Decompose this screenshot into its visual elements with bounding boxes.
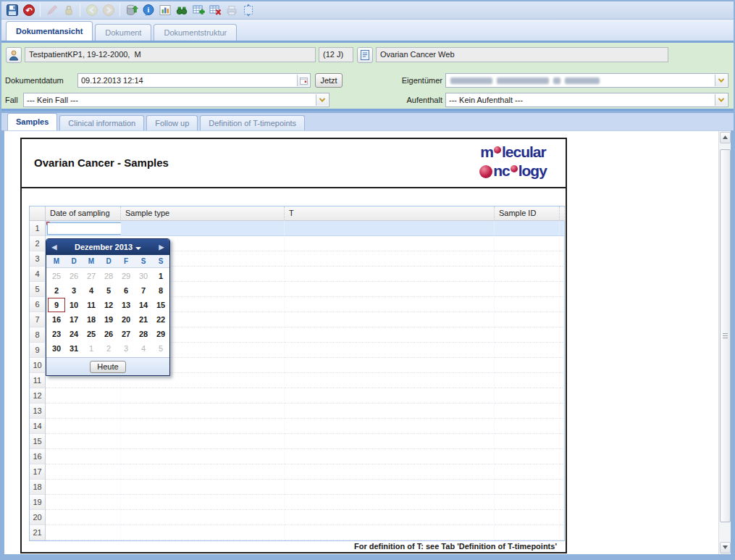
- calendar-day[interactable]: 2: [100, 341, 117, 356]
- table-cell[interactable]: [560, 495, 564, 510]
- calendar-day[interactable]: 27: [117, 327, 135, 341]
- table-cell[interactable]: [121, 495, 285, 510]
- table-cell[interactable]: [285, 358, 495, 373]
- search-binoculars-icon[interactable]: [174, 3, 189, 18]
- col-header-t[interactable]: T: [285, 206, 495, 221]
- table-cell[interactable]: [560, 525, 564, 540]
- save-icon[interactable]: [4, 3, 20, 18]
- scroll-up-icon[interactable]: [720, 132, 731, 143]
- calendar-day[interactable]: 3: [117, 341, 135, 356]
- scrollbar-thumb[interactable]: [720, 149, 731, 522]
- table-row[interactable]: 13: [30, 404, 564, 419]
- table-row[interactable]: 14: [30, 419, 564, 434]
- table-row[interactable]: 12: [30, 388, 564, 404]
- calendar-day[interactable]: 5: [100, 283, 117, 298]
- table-cell[interactable]: [495, 267, 560, 282]
- calendar-day[interactable]: 30: [135, 269, 152, 283]
- tab-dokumentansicht[interactable]: Dokumentansicht: [6, 21, 93, 41]
- row-number[interactable]: 21: [30, 525, 46, 540]
- table-cell[interactable]: [560, 221, 564, 236]
- table-cell[interactable]: [495, 297, 560, 312]
- row-number[interactable]: 10: [30, 358, 46, 373]
- calendar-day[interactable]: 1: [152, 269, 169, 283]
- calendar-day[interactable]: 14: [135, 298, 152, 312]
- row-number[interactable]: 15: [30, 434, 46, 449]
- table-cell[interactable]: [495, 327, 560, 343]
- col-header-sample-type[interactable]: Sample type: [121, 206, 285, 221]
- table-cell[interactable]: [121, 419, 285, 434]
- table-cell[interactable]: [285, 236, 495, 251]
- table-cell[interactable]: [495, 510, 560, 525]
- table-cell[interactable]: [495, 221, 560, 236]
- table-cell[interactable]: [46, 495, 121, 510]
- table-cell[interactable]: [495, 449, 560, 464]
- table-cell[interactable]: [495, 343, 560, 358]
- table-cell[interactable]: [495, 388, 560, 404]
- table-cell[interactable]: [46, 434, 121, 449]
- calendar-day[interactable]: 28: [100, 269, 117, 283]
- tab-dokumentstruktur[interactable]: Dokumentstruktur: [154, 24, 237, 41]
- calendar-day[interactable]: 26: [65, 269, 83, 283]
- calendar-day[interactable]: 20: [117, 312, 135, 327]
- table-cell[interactable]: [285, 267, 495, 282]
- table-cell[interactable]: [560, 312, 564, 327]
- calendar-day[interactable]: 22: [152, 312, 169, 327]
- row-number[interactable]: 18: [30, 480, 46, 495]
- chevron-down-icon[interactable]: [715, 94, 727, 106]
- calendar-day[interactable]: 31: [65, 341, 83, 356]
- calendar-day[interactable]: 17: [65, 312, 83, 327]
- tab-samples[interactable]: Samples: [7, 113, 57, 130]
- table-cell[interactable]: [560, 236, 564, 251]
- chevron-down-icon[interactable]: [316, 94, 328, 106]
- calendar-day[interactable]: 2: [48, 283, 65, 298]
- table-cell[interactable]: [285, 312, 495, 327]
- row-number[interactable]: 16: [30, 449, 46, 464]
- calendar-day[interactable]: 11: [83, 298, 100, 312]
- row-number[interactable]: 14: [30, 419, 46, 434]
- calendar-prev-month-icon[interactable]: ◀: [46, 243, 62, 251]
- table-cell[interactable]: [560, 434, 564, 449]
- table-cell[interactable]: [121, 525, 285, 540]
- table-row[interactable]: 16: [30, 449, 564, 464]
- chart-icon[interactable]: [157, 3, 172, 18]
- col-header-date-of-sampling[interactable]: Date of sampling: [46, 206, 121, 221]
- table-cell[interactable]: [46, 388, 121, 404]
- calendar-day[interactable]: 15: [152, 298, 169, 312]
- table-cell[interactable]: [121, 510, 285, 525]
- table-cell[interactable]: [495, 373, 560, 388]
- table-cell[interactable]: [495, 480, 560, 495]
- table-cell[interactable]: [560, 404, 564, 419]
- info-icon[interactable]: i: [140, 3, 156, 18]
- table-cell[interactable]: [560, 449, 564, 464]
- calendar-day[interactable]: 30: [48, 341, 65, 356]
- table-cell[interactable]: [121, 464, 285, 480]
- table-cell[interactable]: [285, 388, 495, 404]
- calendar-day[interactable]: 4: [135, 341, 152, 356]
- table-cell[interactable]: [121, 449, 285, 464]
- table-cell[interactable]: [560, 282, 564, 297]
- calendar-day[interactable]: 13: [117, 298, 135, 312]
- table-cell[interactable]: [560, 464, 564, 480]
- table-cell[interactable]: [560, 388, 564, 404]
- table-cell[interactable]: [285, 449, 495, 464]
- table-cell[interactable]: [285, 373, 495, 388]
- table-cell[interactable]: [560, 343, 564, 358]
- calendar-day[interactable]: 6: [117, 283, 135, 298]
- delete-table-row-icon[interactable]: [207, 3, 222, 18]
- calendar-day-selected[interactable]: 9: [48, 298, 65, 312]
- table-cell[interactable]: [495, 251, 560, 267]
- table-cell[interactable]: [46, 510, 121, 525]
- add-table-row-icon[interactable]: [190, 3, 206, 18]
- calendar-day[interactable]: 25: [83, 327, 100, 341]
- calendar-day[interactable]: 12: [100, 298, 117, 312]
- calendar-day[interactable]: 27: [83, 269, 100, 283]
- table-cell[interactable]: [495, 312, 560, 327]
- row-number[interactable]: 2: [30, 236, 46, 251]
- row-number[interactable]: 11: [30, 373, 46, 388]
- table-cell[interactable]: [285, 327, 495, 343]
- table-cell[interactable]: [285, 510, 495, 525]
- today-button[interactable]: Heute: [90, 361, 125, 373]
- row-number[interactable]: 20: [30, 510, 46, 525]
- eigentuemer-dropdown[interactable]: [445, 73, 728, 88]
- table-cell[interactable]: [495, 495, 560, 510]
